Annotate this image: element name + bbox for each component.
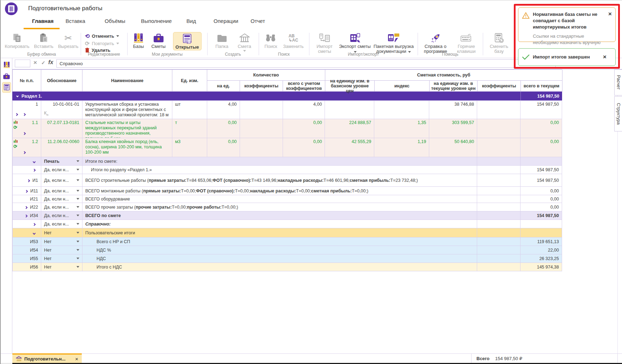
side-tab-struktura[interactable]: Структура bbox=[614, 96, 622, 131]
bases-button[interactable]: Базы bbox=[133, 32, 144, 49]
summary-row[interactable]: И55 Нет НДС 26 323,25 bbox=[12, 254, 562, 263]
menu-tab-obyomy[interactable]: Объёмы bbox=[105, 18, 125, 24]
select-dropdown-icon[interactable] bbox=[76, 249, 79, 251]
new-folder-button[interactable]: Папка bbox=[215, 32, 228, 49]
print-select[interactable]: Да, если н... bbox=[44, 188, 79, 194]
select-dropdown-icon[interactable] bbox=[76, 215, 79, 216]
undo-button[interactable]: ⟲ Отменить bbox=[85, 33, 119, 39]
document-tab[interactable]: Подготовительн... × bbox=[12, 353, 82, 363]
print-select[interactable]: Нет bbox=[44, 247, 79, 253]
table-row[interactable]: 1.2 ⟳ 11.2.06.02-0060 Балка клееная хвой… bbox=[12, 138, 562, 157]
select-dropdown-icon[interactable] bbox=[76, 179, 79, 181]
table-row[interactable]: 1 10-01-001-01 Кп Укрупнительная сборка … bbox=[12, 101, 562, 119]
expand-icon[interactable] bbox=[15, 113, 18, 116]
estimates-button[interactable]: Сметы bbox=[151, 32, 165, 49]
redo-dropdown-icon[interactable] bbox=[116, 43, 119, 44]
expand-icon[interactable] bbox=[33, 168, 36, 171]
summary-row[interactable]: И11 Да, если н... ВСЕГО монтажные работы… bbox=[12, 187, 562, 195]
summary-row[interactable]: И53 Нет Всего с НР и СП 119 651,13 bbox=[12, 237, 562, 246]
summary-row[interactable]: И21 Да, если н... ВСЕГО оборудование 0,0… bbox=[12, 195, 562, 203]
print-select[interactable]: Нет bbox=[44, 255, 79, 261]
fx-icon[interactable]: fx bbox=[48, 59, 53, 66]
summary-text: ВСЕГО строительные работы (прямые затрат… bbox=[82, 174, 477, 187]
select-dropdown-icon[interactable] bbox=[76, 190, 79, 192]
expand-icon[interactable] bbox=[23, 151, 26, 154]
copy-button[interactable]: Копировать bbox=[5, 32, 30, 49]
expand-icon[interactable] bbox=[25, 206, 27, 209]
print-select[interactable]: Да, если н... bbox=[44, 221, 79, 227]
select-dropdown-icon[interactable] bbox=[76, 169, 79, 171]
change-base-button[interactable]: Сменить базу bbox=[487, 32, 511, 54]
close-icon[interactable]: × bbox=[75, 356, 78, 362]
select-dropdown-icon[interactable] bbox=[76, 266, 79, 268]
paste-button[interactable]: Вставить bbox=[34, 32, 54, 49]
open-documents-button[interactable]: Открытые bbox=[173, 32, 202, 50]
menu-tab-vid[interactable]: Вид bbox=[186, 18, 196, 24]
select-dropdown-icon[interactable] bbox=[76, 223, 79, 225]
mini-estimates-icon[interactable] bbox=[2, 72, 11, 81]
section-row[interactable]: Раздел 1. 154 987,50 bbox=[12, 92, 562, 101]
select-dropdown-icon[interactable] bbox=[76, 206, 79, 208]
menu-tab-otchet[interactable]: Отчет bbox=[251, 18, 265, 24]
hotkeys-button[interactable]: Горячие клавиши bbox=[452, 32, 480, 54]
about-button[interactable]: Справка о программе bbox=[420, 32, 451, 54]
redo-button[interactable]: ⟳ Повторить bbox=[85, 40, 119, 47]
print-select[interactable]: Нет bbox=[44, 229, 79, 236]
mini-bases-icon[interactable] bbox=[2, 60, 11, 69]
summary-row[interactable]: Да, если н... Справочно: bbox=[12, 220, 562, 228]
cancel-icon[interactable]: × bbox=[33, 59, 37, 66]
section-collapse-icon[interactable] bbox=[16, 95, 19, 97]
summary-row[interactable]: И22 Да, если н... ВСЕГО прочие затраты (… bbox=[12, 203, 562, 211]
cut-button[interactable]: ✂ Вырезать bbox=[58, 32, 79, 49]
replace-icon: AB↳AC bbox=[289, 32, 298, 44]
expand-icon[interactable] bbox=[27, 179, 30, 182]
menu-tab-vstavka[interactable]: Вставка bbox=[66, 18, 85, 24]
menu-tab-operacii[interactable]: Операции bbox=[214, 18, 238, 24]
export-estimate-button[interactable]: Экспорт сметы bbox=[338, 32, 371, 54]
side-tab-raschet[interactable]: Расчет bbox=[614, 69, 622, 95]
import-estimate-button[interactable]: Импорт сметы bbox=[311, 32, 338, 54]
undo-dropdown-icon[interactable] bbox=[116, 35, 119, 37]
summary-row[interactable]: И56 Нет Итого с НДС 145 974,38 bbox=[12, 263, 562, 271]
select-dropdown-icon[interactable] bbox=[76, 258, 79, 259]
summary-row[interactable]: Печать Итоги по смете: bbox=[12, 157, 562, 166]
expand-icon[interactable] bbox=[23, 132, 26, 135]
menu-tab-vypolnenie[interactable]: Выполнение bbox=[141, 18, 172, 24]
print-select[interactable]: Да, если н... bbox=[44, 167, 79, 173]
accept-icon[interactable]: ✓ bbox=[41, 60, 45, 66]
cell-name-box[interactable] bbox=[15, 60, 30, 67]
select-dropdown-icon[interactable] bbox=[76, 198, 79, 200]
print-select[interactable]: Да, если н... bbox=[44, 204, 79, 210]
new-estimate-button[interactable]: Смета bbox=[238, 32, 251, 52]
print-select[interactable]: Да, если н... bbox=[44, 175, 79, 185]
menu-tab-glavnaya[interactable]: Главная bbox=[32, 18, 54, 24]
expand-icon[interactable] bbox=[23, 113, 26, 116]
expand-icon[interactable] bbox=[25, 190, 28, 192]
mini-open-documents-icon[interactable] bbox=[2, 82, 11, 93]
print-select[interactable]: Нет bbox=[44, 264, 79, 270]
select-dropdown-icon[interactable] bbox=[76, 160, 79, 162]
batch-export-button[interactable]: Пакетная выгрузка документации bbox=[371, 32, 416, 54]
select-dropdown-icon[interactable] bbox=[76, 232, 79, 234]
summary-row[interactable]: Да, если н... Итоги по разделу «Раздел 1… bbox=[12, 166, 562, 174]
expand-icon[interactable] bbox=[25, 214, 27, 217]
table-row[interactable]: 1.1 ⟳ 07.2.07.13-0181 Стальные настилы и… bbox=[12, 119, 562, 138]
print-select[interactable]: Печать bbox=[44, 158, 79, 164]
expand-icon[interactable] bbox=[33, 223, 36, 226]
summary-row[interactable]: Нет Пользовательские итоги bbox=[12, 228, 562, 237]
collapse-icon[interactable] bbox=[33, 160, 36, 163]
collapse-icon[interactable] bbox=[33, 232, 36, 234]
replace-button[interactable]: AB↳AC Заменить bbox=[283, 32, 303, 49]
search-button[interactable]: Поиск bbox=[264, 32, 277, 49]
col-header-qty-total: всего с учетом коэффициентов bbox=[283, 81, 325, 92]
summary-row[interactable]: И34 Да, если н... ВСЕГО по смете 154 987… bbox=[12, 211, 562, 220]
formula-input[interactable]: Справочно bbox=[56, 59, 556, 68]
summary-row[interactable]: И1 Да, если н... ВСЕГО строительные рабо… bbox=[12, 174, 562, 187]
close-icon[interactable]: × bbox=[603, 54, 606, 60]
close-icon[interactable]: × bbox=[608, 11, 612, 38]
print-select[interactable]: Нет bbox=[44, 239, 79, 245]
print-select[interactable]: Да, если н... bbox=[44, 212, 79, 218]
summary-row[interactable]: И54 Нет НДС % 22,00 bbox=[12, 246, 562, 254]
select-dropdown-icon[interactable] bbox=[76, 241, 79, 242]
print-select[interactable]: Да, если н... bbox=[44, 196, 79, 202]
